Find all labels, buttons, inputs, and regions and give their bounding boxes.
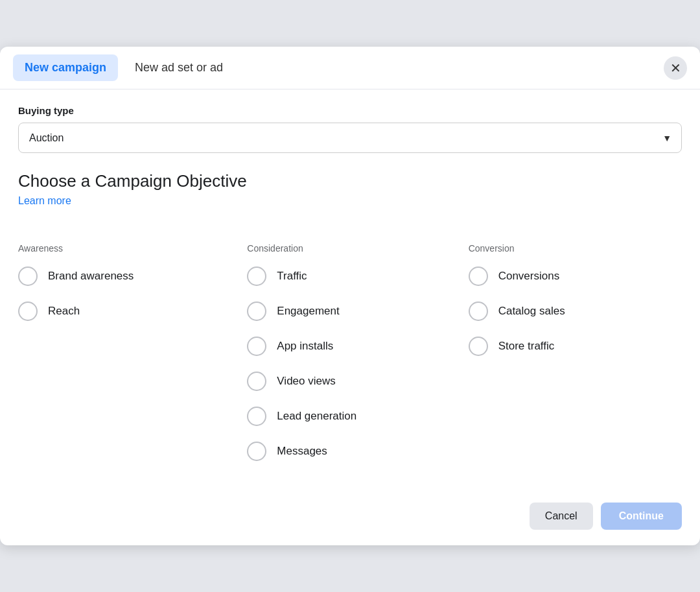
continue-button[interactable]: Continue: [601, 503, 682, 530]
conversion-column: Conversion Conversions Catalog sales Sto…: [461, 243, 682, 477]
radio-conversions[interactable]: [469, 266, 488, 286]
radio-traffic[interactable]: [247, 266, 266, 286]
label-app-installs: App installs: [277, 340, 333, 353]
radio-reach[interactable]: [18, 302, 38, 321]
objective-traffic[interactable]: Traffic: [247, 266, 452, 286]
objective-reach[interactable]: Reach: [18, 302, 231, 321]
label-catalog-sales: Catalog sales: [498, 305, 565, 318]
consideration-column: Consideration Traffic Engagement App ins…: [239, 243, 460, 477]
modal-body: Buying type Auction Reach and Frequency …: [0, 89, 700, 492]
radio-brand-awareness[interactable]: [18, 266, 38, 286]
radio-engagement[interactable]: [247, 302, 266, 321]
objective-lead-generation[interactable]: Lead generation: [247, 407, 452, 426]
section-title: Choose a Campaign Objective: [18, 171, 682, 191]
label-brand-awareness: Brand awareness: [48, 270, 134, 283]
label-messages: Messages: [277, 445, 327, 458]
close-button[interactable]: ✕: [664, 56, 687, 80]
objective-conversions[interactable]: Conversions: [469, 266, 674, 286]
objectives-grid: Awareness Brand awareness Reach Consider…: [18, 243, 682, 477]
label-conversions: Conversions: [498, 270, 560, 283]
label-reach: Reach: [48, 305, 80, 318]
label-store-traffic: Store traffic: [498, 340, 555, 353]
learn-more-link[interactable]: Learn more: [18, 195, 71, 207]
objective-app-installs[interactable]: App installs: [247, 337, 452, 356]
radio-messages[interactable]: [247, 442, 266, 461]
awareness-column-header: Awareness: [18, 243, 231, 254]
label-engagement: Engagement: [277, 305, 339, 318]
dropdown-wrapper: Auction Reach and Frequency ▼: [18, 123, 682, 153]
objective-messages[interactable]: Messages: [247, 442, 452, 461]
consideration-column-header: Consideration: [247, 243, 452, 254]
buying-type-label: Buying type: [18, 105, 682, 116]
awareness-column: Awareness Brand awareness Reach: [18, 243, 239, 477]
campaign-modal: New campaign New ad set or ad ✕ Buying t…: [0, 47, 700, 545]
radio-video-views[interactable]: [247, 372, 266, 391]
objective-store-traffic[interactable]: Store traffic: [469, 337, 674, 356]
label-video-views: Video views: [277, 375, 335, 388]
tab-new-campaign[interactable]: New campaign: [13, 54, 118, 81]
cancel-button[interactable]: Cancel: [530, 503, 593, 530]
buying-type-select[interactable]: Auction Reach and Frequency: [18, 123, 682, 153]
radio-catalog-sales[interactable]: [469, 302, 488, 321]
radio-lead-generation[interactable]: [247, 407, 266, 426]
objective-video-views[interactable]: Video views: [247, 372, 452, 391]
label-traffic: Traffic: [277, 270, 307, 283]
radio-store-traffic[interactable]: [469, 337, 488, 356]
conversion-column-header: Conversion: [469, 243, 674, 254]
radio-app-installs[interactable]: [247, 337, 266, 356]
objective-engagement[interactable]: Engagement: [247, 302, 452, 321]
objective-brand-awareness[interactable]: Brand awareness: [18, 266, 231, 286]
header-tabs: New campaign New ad set or ad: [13, 54, 235, 81]
tab-new-ad-set[interactable]: New ad set or ad: [123, 54, 235, 81]
label-lead-generation: Lead generation: [277, 410, 356, 423]
objective-catalog-sales[interactable]: Catalog sales: [469, 302, 674, 321]
modal-footer: Cancel Continue: [0, 492, 700, 545]
modal-header: New campaign New ad set or ad ✕: [0, 47, 700, 89]
